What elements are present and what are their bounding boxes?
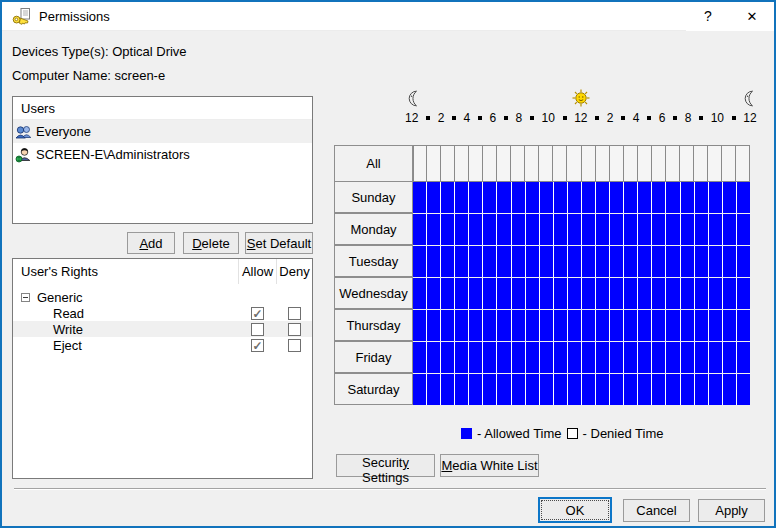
schedule-cell[interactable] [624, 342, 637, 373]
schedule-cell[interactable] [483, 214, 496, 245]
all-hour-cell[interactable] [582, 146, 596, 181]
rights-row-read[interactable]: Read [13, 305, 312, 321]
schedule-cell[interactable] [512, 310, 525, 341]
all-hour-cell[interactable] [469, 146, 483, 181]
schedule-cell[interactable] [652, 342, 665, 373]
schedule-cell[interactable] [427, 246, 440, 277]
schedule-cell[interactable] [737, 342, 750, 373]
schedule-cell[interactable] [427, 342, 440, 373]
schedule-cell[interactable] [413, 246, 426, 277]
schedule-cell[interactable] [610, 374, 623, 405]
schedule-cell[interactable] [413, 278, 426, 309]
schedule-cell[interactable] [568, 182, 581, 213]
schedule-cell[interactable] [681, 310, 694, 341]
all-hour-cell[interactable] [427, 146, 441, 181]
security-settings-button[interactable]: Security Settings [336, 454, 435, 477]
schedule-cell[interactable] [624, 374, 637, 405]
schedule-cell[interactable] [709, 278, 722, 309]
schedule-cell[interactable] [596, 182, 609, 213]
user-row-everyone[interactable]: Everyone [13, 120, 312, 143]
schedule-cell[interactable] [638, 214, 651, 245]
schedule-row-thursday[interactable]: Thursday [334, 309, 413, 341]
schedule-cell[interactable] [427, 214, 440, 245]
delete-button[interactable]: Delete [183, 232, 239, 254]
schedule-cell[interactable] [483, 374, 496, 405]
schedule-cell[interactable] [568, 310, 581, 341]
all-hour-cell[interactable] [567, 146, 581, 181]
schedule-cell[interactable] [455, 310, 468, 341]
all-hour-cell[interactable] [666, 146, 680, 181]
add-button[interactable]: Add [127, 232, 175, 254]
cancel-button[interactable]: Cancel [623, 499, 690, 522]
schedule-cell[interactable] [709, 374, 722, 405]
schedule-cell[interactable] [469, 278, 482, 309]
all-hour-cell[interactable] [736, 146, 750, 181]
schedule-cell[interactable] [526, 246, 539, 277]
schedule-cell[interactable] [540, 342, 553, 373]
schedule-cell[interactable] [441, 342, 454, 373]
deny-eject-checkbox[interactable] [288, 339, 301, 352]
schedule-cell[interactable] [638, 374, 651, 405]
schedule-cell[interactable] [610, 342, 623, 373]
schedule-cell[interactable] [497, 246, 510, 277]
schedule-row-wednesday[interactable]: Wednesday [334, 277, 413, 309]
all-hour-cell[interactable] [596, 146, 610, 181]
schedule-cell[interactable] [666, 182, 679, 213]
schedule-cell[interactable] [568, 278, 581, 309]
schedule-cell[interactable] [455, 214, 468, 245]
schedule-cell[interactable] [554, 310, 567, 341]
schedule-cell[interactable] [582, 310, 595, 341]
schedule-cell[interactable] [582, 374, 595, 405]
schedule-cell[interactable] [610, 214, 623, 245]
schedule-cell[interactable] [709, 342, 722, 373]
rights-row-eject[interactable]: Eject [13, 337, 312, 353]
schedule-cell[interactable] [441, 214, 454, 245]
schedule-cell[interactable] [497, 278, 510, 309]
schedule-cell[interactable] [512, 182, 525, 213]
schedule-cell[interactable] [638, 342, 651, 373]
schedule-row-friday[interactable]: Friday [334, 341, 413, 373]
allow-read-checkbox[interactable] [251, 307, 264, 320]
schedule-cell[interactable] [596, 310, 609, 341]
schedule-cell[interactable] [582, 342, 595, 373]
schedule-cell[interactable] [610, 246, 623, 277]
schedule-cell[interactable] [469, 342, 482, 373]
schedule-cell[interactable] [624, 310, 637, 341]
schedule-cell[interactable] [709, 310, 722, 341]
all-hour-cell[interactable] [413, 146, 427, 181]
all-hour-cell[interactable] [708, 146, 722, 181]
schedule-cell[interactable] [413, 310, 426, 341]
schedule-cell[interactable] [441, 310, 454, 341]
schedule-row-monday[interactable]: Monday [334, 213, 413, 245]
all-hour-cell[interactable] [455, 146, 469, 181]
schedule-cell[interactable] [554, 278, 567, 309]
schedule-cell[interactable] [568, 214, 581, 245]
rights-row-write[interactable]: Write [13, 321, 312, 337]
schedule-cell[interactable] [723, 310, 736, 341]
schedule-cell[interactable] [512, 374, 525, 405]
allow-write-checkbox[interactable] [251, 323, 264, 336]
schedule-cell[interactable] [695, 182, 708, 213]
schedule-cell[interactable] [652, 310, 665, 341]
schedule-cell[interactable] [666, 342, 679, 373]
schedule-cell[interactable] [681, 278, 694, 309]
schedule-cell[interactable] [723, 246, 736, 277]
schedule-cell[interactable] [652, 278, 665, 309]
schedule-cell[interactable] [512, 342, 525, 373]
all-hour-cell[interactable] [525, 146, 539, 181]
schedule-cell[interactable] [652, 182, 665, 213]
schedule-cell[interactable] [723, 182, 736, 213]
schedule-cell[interactable] [666, 214, 679, 245]
schedule-cell[interactable] [469, 310, 482, 341]
schedule-cell[interactable] [469, 182, 482, 213]
schedule-cell[interactable] [483, 246, 496, 277]
schedule-cell[interactable] [526, 214, 539, 245]
schedule-cell[interactable] [540, 310, 553, 341]
schedule-cell[interactable] [638, 182, 651, 213]
collapse-minus-icon[interactable] [21, 293, 30, 302]
schedule-cell[interactable] [723, 278, 736, 309]
schedule-cell[interactable] [526, 278, 539, 309]
schedule-cell[interactable] [624, 214, 637, 245]
schedule-cell[interactable] [737, 246, 750, 277]
schedule-cell[interactable] [427, 182, 440, 213]
